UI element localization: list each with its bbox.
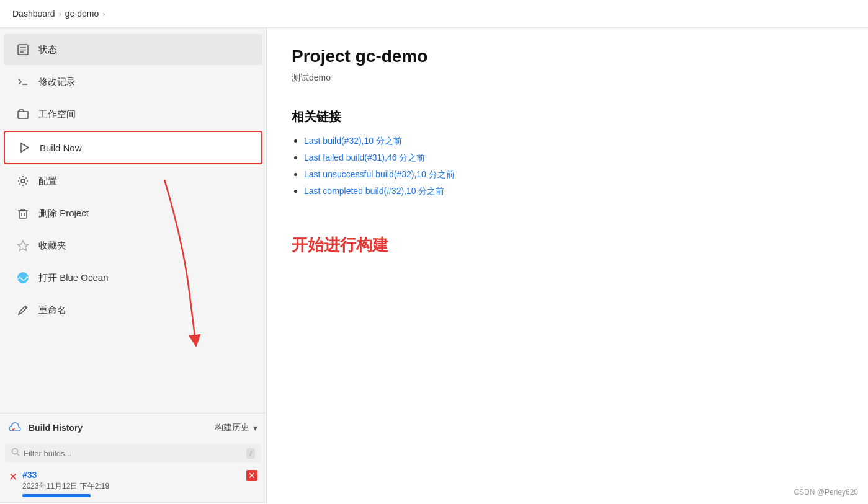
search-icon [11,448,20,459]
svg-line-17 [17,454,20,456]
svg-marker-5 [21,143,29,152]
sidebar-item-delete[interactable]: 删除 Project [4,198,262,229]
build-history-toggle[interactable]: 构建历史 ▾ [215,422,257,433]
annotation-text: 开始进行构建 [292,234,843,256]
sidebar-label-workspace: 工作空间 [38,108,76,120]
sidebar-item-build-now[interactable]: Build Now [4,131,262,164]
build-progress-bar [22,494,91,497]
svg-point-6 [21,179,25,183]
list-item: Last completed build(#32),10 分之前 [304,185,843,197]
sidebar-label-rename: 重命名 [38,304,66,316]
breadcrumb-gc-demo[interactable]: gc-demo [65,9,99,19]
build-history-header[interactable]: Build History 构建历史 ▾ [0,413,266,441]
related-link-4[interactable]: Last completed build(#32),10 分之前 [304,186,444,196]
sidebar-label-build-now: Build Now [40,143,82,153]
main-content: Project gc-demo 测试demo 相关链接 Last build(#… [267,28,868,503]
main-layout: 状态 修改记录 [0,28,868,503]
build-item-left: ✕ #33 2023年11月12日 下午2:19 [9,470,109,497]
build-history-header-left: Build History [9,421,83,434]
rename-icon [16,303,30,317]
build-date: 2023年11月12日 下午2:19 [22,481,109,492]
project-description: 测试demo [292,73,843,84]
build-item[interactable]: ✕ #33 2023年11月12日 下午2:19 ✕ [0,465,266,503]
sidebar-label-config: 配置 [38,175,57,187]
breadcrumb: Dashboard › gc-demo › [0,0,868,28]
sidebar-label-favorites: 收藏夹 [38,240,66,252]
sidebar-item-favorites[interactable]: 收藏夹 [4,230,262,261]
list-item: Last unsuccessful build(#32),10 分之前 [304,169,843,180]
svg-point-16 [12,449,18,454]
svg-marker-11 [18,241,29,250]
filter-shortcut: / [246,448,255,459]
related-link-1[interactable]: Last build(#32),10 分之前 [304,136,402,146]
breadcrumb-sep1: › [59,9,61,19]
filter-input-wrap[interactable]: / [5,444,261,462]
build-error-icon: ✕ [9,471,17,484]
build-item-info: #33 2023年11月12日 下午2:19 [22,470,109,497]
sidebar-item-blue-ocean[interactable]: 打开 Blue Ocean [4,262,262,293]
list-item: Last failed build(#31),46 分之前 [304,152,843,164]
project-title: Project gc-demo [292,46,843,66]
build-history-cloud-icon [9,421,22,434]
sidebar-label-changelog: 修改记录 [38,76,76,88]
svg-rect-7 [19,211,27,218]
related-link-2[interactable]: Last failed build(#31),46 分之前 [304,153,425,162]
build-delete-button[interactable]: ✕ [246,470,257,481]
workspace-icon [16,107,30,121]
filter-builds-input[interactable] [24,449,243,458]
sidebar-item-config[interactable]: 配置 [4,166,262,197]
breadcrumb-dashboard[interactable]: Dashboard [12,9,55,19]
related-link-3[interactable]: Last unsuccessful build(#32),10 分之前 [304,169,455,179]
favorites-icon [16,239,30,252]
build-history-toggle-label: 构建历史 [215,422,249,433]
config-icon [16,174,30,188]
sidebar-label-blue-ocean: 打开 Blue Ocean [38,272,109,284]
sidebar: 状态 修改记录 [0,28,267,503]
build-history-label: Build History [29,423,83,433]
build-now-icon [17,141,31,154]
build-number: #33 [22,470,109,480]
breadcrumb-sep2: › [102,9,105,19]
watermark: CSDN @Perley620 [794,488,858,497]
build-history-chevron: ▾ [253,423,257,433]
sidebar-item-status[interactable]: 状态 [4,34,262,65]
list-item: Last build(#32),10 分之前 [304,135,843,147]
related-links-list: Last build(#32),10 分之前 Last failed build… [292,135,843,197]
blue-ocean-icon [16,271,30,285]
sidebar-item-workspace[interactable]: 工作空间 [4,99,262,130]
related-links-title: 相关链接 [292,108,843,125]
changelog-icon [16,75,30,89]
sidebar-item-changelog[interactable]: 修改记录 [4,66,262,97]
svg-line-13 [25,307,27,309]
sidebar-item-rename[interactable]: 重命名 [4,294,262,325]
sidebar-label-delete: 删除 Project [38,208,89,219]
build-history-section: Build History 构建历史 ▾ / [0,413,266,503]
status-icon [16,43,30,56]
delete-icon [16,206,30,220]
sidebar-label-status: 状态 [38,44,57,56]
sidebar-menu: 状态 修改记录 [0,28,266,413]
